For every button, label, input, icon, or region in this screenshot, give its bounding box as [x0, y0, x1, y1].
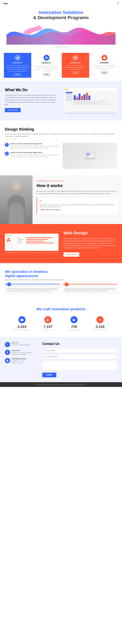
browser-dot-red: [65, 89, 66, 90]
projects-number: 2,324: [10, 324, 34, 329]
svg-point-5: [46, 58, 47, 58]
support-more[interactable]: MORE: [101, 72, 108, 74]
features-section: STRATEGY Duis erat dolor sit lorem ipsum…: [0, 50, 122, 81]
svg-rect-11: [90, 153, 94, 154]
digital-card-1: 1 Ut enim ad minim veniam, quis nostrud …: [5, 284, 60, 294]
what-we-do-learn-more[interactable]: LEARN MORE: [5, 108, 21, 112]
text-line: [74, 102, 98, 103]
rating-bar-marketing: [26, 241, 57, 242]
submit-button[interactable]: SUBMIT: [42, 372, 56, 377]
how-it-works-content: MEANINGFUL SOLUTIONS, FAST How it works …: [33, 175, 122, 224]
chart-bar: [76, 97, 78, 100]
star-5: ★: [12, 244, 14, 245]
web-design-learn-more[interactable]: LEARN MORE: [63, 252, 79, 257]
design-steps: 1 Quick Leo Humor virture impact happy w…: [5, 143, 117, 169]
stat-hours: 3,128 WORKING HOURS: [88, 316, 112, 330]
step-content-1: Quick Leo Humor virture impact happy wor…: [11, 143, 59, 149]
hours-label: WORKING HOURS: [88, 329, 112, 330]
browser-content: [65, 91, 116, 110]
chart-bar: [81, 96, 83, 100]
rating-row-dev: Development: [17, 239, 57, 240]
contact-phone-label: CALL US: [12, 342, 30, 344]
name-field-group: [42, 348, 117, 353]
browser-sidebar-item: [66, 92, 72, 93]
person-bg: [0, 175, 33, 224]
contact-item-hours: BUSINESS HOURS Mon-Fri: 8am — 5pm Sat-Su…: [5, 358, 37, 364]
contact-phone-text: CALL US 1-234-567 / 1-234-NNN-NNNN: [12, 342, 30, 347]
web-mockup-bar: [7, 235, 57, 236]
step-content-2: Quick Leo Humor virture impact happy wor…: [11, 152, 59, 158]
step-number-2: 2: [5, 152, 9, 156]
strategy-more[interactable]: MORE: [14, 73, 21, 76]
contact-item-phone: CALL US 1-234-567 / 1-234-NNN-NNNN: [5, 342, 37, 347]
strategy-text: Duis erat dolor sit lorem ipsum dolor si…: [6, 65, 29, 72]
svg-rect-14: [21, 319, 24, 321]
browser-chart: [74, 92, 115, 100]
design-thinking-subtitle: Ut enim ad minim veniam, quis nostrud ex…: [5, 133, 117, 138]
footer-text: Sample text. Click to select the text bo…: [2, 384, 120, 385]
design-thinking-credit: Images from Freepik: [5, 138, 117, 140]
footer: Sample text. Click to select the text bo…: [0, 382, 122, 387]
location-icon-circle: [5, 350, 10, 355]
clients-icon: [44, 316, 52, 323]
menu-icon[interactable]: ≡: [117, 2, 119, 5]
strategy-icon-circle: [15, 55, 21, 61]
projects-label: PROJECTS FINISHED: [10, 329, 34, 330]
business-hours-icon: [6, 360, 9, 362]
feature-card-results: RESULTS Duis erat dolor sit lorem ipsum …: [33, 53, 60, 78]
stat-clients: 7,157 HAPPY CLIENTS: [36, 316, 60, 330]
star-2: ★: [8, 244, 9, 245]
star-4: ★: [11, 244, 12, 245]
location-icon: [6, 351, 9, 354]
digital-card-text-1: Ut enim ad minim veniam, quis nostrud ex…: [7, 288, 58, 292]
mockup-line: [7, 248, 16, 249]
design-step-2: 2 Quick Leo Humor virture impact happy w…: [5, 152, 59, 158]
contact-section: CALL US 1-234-567 / 1-234-NNN-NNNN LOCAT…: [0, 337, 122, 382]
coffee-icon: [72, 318, 76, 321]
message-field-group: [42, 360, 117, 371]
results-more[interactable]: MORE: [43, 73, 50, 76]
design-steps-left: 1 Quick Leo Humor virture impact happy w…: [5, 143, 59, 169]
web-dot-green: [10, 235, 11, 236]
digital-card-2: 2 Ut enim ad minim veniam, quis nostrud …: [62, 284, 117, 294]
name-input[interactable]: [42, 348, 117, 353]
hero-title-line1: Innovative Solutions: [7, 10, 115, 15]
browser-caption: Amet justo donec enim diam vulputate. Ut…: [63, 112, 117, 114]
browser-main: [74, 92, 115, 109]
contact-hours-text: BUSINESS HOURS Mon-Fri: 8am — 5pm Sat-Su…: [12, 358, 26, 364]
design-step-1: 1 Quick Leo Humor virture impact happy w…: [5, 143, 59, 149]
svg-rect-0: [17, 58, 17, 59]
browser-mockup: [63, 88, 117, 111]
expertise-icon-circle: [73, 55, 78, 61]
web-mockup-left: A ★ ★ ★ ★ ★: [7, 237, 16, 249]
rating-label-design: Design: [17, 237, 25, 238]
contact-hours-line1: Mon-Fri: 8am — 5pm: [12, 360, 26, 362]
browser-dot-green: [67, 89, 68, 90]
chart-bar: [83, 94, 85, 100]
contact-phone-line1: 1-234-567 / 1-234-NNN-NNNN: [12, 344, 30, 346]
card-number-1: 1: [7, 282, 11, 286]
web-dot-yellow: [8, 235, 9, 236]
chart-bar: [88, 96, 90, 100]
stats-row: 2,324 PROJECTS FINISHED 7,157 HAPPY CLIE…: [5, 316, 117, 330]
digital-card-text-2: Ut enim ad minim veniam, quis nostrud ex…: [65, 288, 115, 292]
person-head: [12, 181, 21, 190]
what-we-do-title: What We Do: [5, 88, 59, 92]
digital-subtitle: Sample text. Click to select the text bo…: [5, 279, 117, 281]
web-design-desc: Sit amet massa vitae tortor condimentum …: [63, 238, 117, 249]
web-design-content: Web Design Sit amet massa vitae tortor c…: [63, 230, 117, 257]
rating-fill-design: [26, 237, 52, 238]
svg-rect-1: [17, 57, 18, 59]
briefcase-icon: [20, 318, 24, 321]
message-input[interactable]: [42, 360, 117, 370]
mockup-line: [7, 246, 15, 246]
rating-fill-marketing: [26, 241, 45, 242]
innovative-title: We craft innovative products: [5, 307, 117, 311]
design-steps-right: [63, 143, 117, 169]
email-input[interactable]: [42, 354, 117, 359]
hours-number: 3,128: [88, 324, 112, 329]
phone-icon-circle: [5, 342, 10, 347]
expertise-more[interactable]: MORE: [72, 72, 79, 74]
web-mockup: A ★ ★ ★ ★ ★ Desi: [5, 234, 59, 251]
clients-label: HAPPY CLIENTS: [36, 329, 60, 330]
